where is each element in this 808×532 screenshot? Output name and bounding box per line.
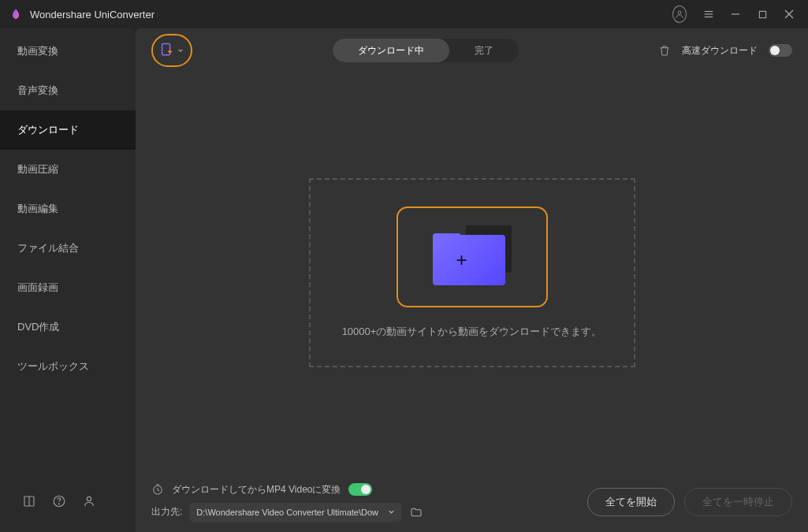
tab-completed[interactable]: 完了 (449, 39, 519, 62)
svg-point-11 (59, 504, 60, 504)
svg-point-12 (87, 497, 91, 500)
sidebar-item-dvd[interactable]: DVD作成 (0, 307, 136, 347)
app-logo-icon (9, 8, 22, 20)
sidebar-item-download[interactable]: ダウンロード (0, 110, 136, 150)
sidebar-item-compress[interactable]: 動画圧縮 (0, 150, 136, 189)
open-folder-icon[interactable] (409, 506, 423, 519)
pause-all-button[interactable]: 全てを一時停止 (684, 488, 792, 516)
svg-rect-13 (162, 43, 170, 54)
close-icon (784, 9, 794, 19)
sidebar-item-toolbox[interactable]: ツールボックス (0, 347, 136, 386)
start-all-button[interactable]: 全てを開始 (587, 488, 675, 516)
tab-downloading[interactable]: ダウンロード中 (333, 39, 449, 62)
menu-button[interactable] (699, 5, 718, 24)
sidebar-item-merge[interactable]: ファイル結合 (0, 229, 136, 268)
trash-icon[interactable] (658, 44, 671, 57)
clock-icon (151, 483, 164, 496)
content-area: ダウンロード中 完了 高速ダウンロード (136, 28, 808, 532)
add-folder-button[interactable]: + (397, 206, 548, 307)
maximize-icon (758, 10, 767, 19)
chevron-down-icon (177, 47, 184, 54)
maximize-button[interactable] (753, 5, 772, 24)
minimize-button[interactable] (726, 5, 745, 24)
fast-download-label: 高速ダウンロード (682, 44, 758, 58)
plus-icon: + (456, 249, 467, 271)
bottombar: ダウンロードしてからMP4 Videoに変換 出力先: D:\Wondersha… (136, 472, 808, 532)
user-icon (675, 9, 684, 19)
svg-rect-5 (759, 11, 765, 17)
sidebar-item-record[interactable]: 画面録画 (0, 268, 136, 307)
window-controls (672, 5, 799, 24)
titlebar: Wondershare UniConverter (0, 0, 808, 28)
minimize-icon (731, 9, 740, 19)
convert-after-download-toggle[interactable] (348, 483, 372, 496)
question-icon[interactable] (52, 494, 66, 508)
add-url-button[interactable] (151, 34, 192, 67)
sidebar-item-audio-convert[interactable]: 音声変換 (0, 71, 136, 110)
folder-icon: + (433, 225, 512, 288)
dropzone[interactable]: + 10000+の動画サイトから動画をダウンロードできます。 (309, 178, 635, 367)
toolbar: ダウンロード中 完了 高速ダウンロード (136, 28, 808, 73)
chevron-down-icon (388, 508, 395, 515)
dropzone-description: 10000+の動画サイトから動画をダウンロードできます。 (342, 325, 602, 339)
status-tabs: ダウンロード中 完了 (333, 39, 519, 62)
fast-download-toggle[interactable] (769, 44, 792, 57)
profile-button[interactable] (672, 5, 691, 24)
help-book-icon[interactable] (22, 494, 36, 508)
sidebar: 動画変換 音声変換 ダウンロード 動画圧縮 動画編集 ファイル結合 画面録画 D… (0, 28, 136, 532)
output-path-label: 出力先: (151, 505, 182, 519)
app-title: Wondershare UniConverter (30, 9, 672, 20)
output-path-value: D:\Wondershare Video Converter Ultimate\… (196, 508, 388, 517)
account-icon[interactable] (82, 494, 96, 508)
hamburger-icon (703, 9, 714, 20)
output-path-select[interactable]: D:\Wondershare Video Converter Ultimate\… (190, 503, 401, 522)
sidebar-item-video-convert[interactable]: 動画変換 (0, 28, 136, 71)
paste-url-icon (160, 43, 174, 58)
convert-after-download-label: ダウンロードしてからMP4 Videoに変換 (172, 483, 341, 497)
svg-point-0 (678, 11, 681, 14)
sidebar-item-edit[interactable]: 動画編集 (0, 189, 136, 229)
close-button[interactable] (780, 5, 799, 24)
